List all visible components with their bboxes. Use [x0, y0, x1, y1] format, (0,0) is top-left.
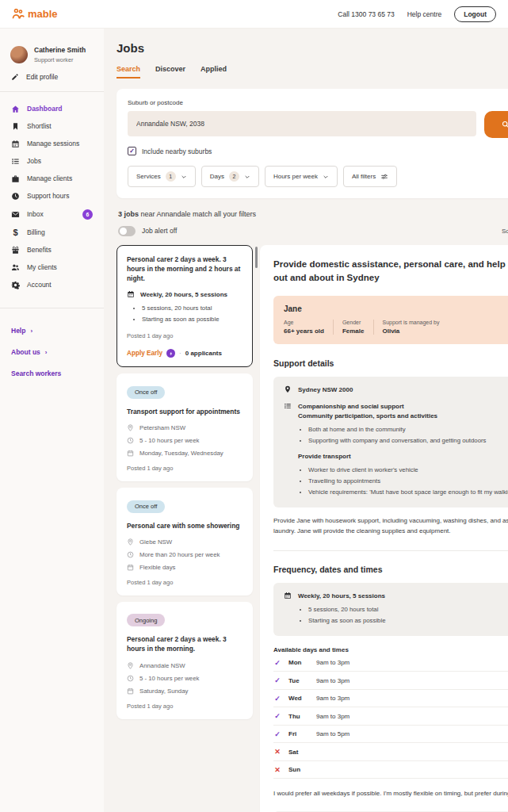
check-icon: ✓	[273, 676, 281, 684]
job-card[interactable]: Once off Personal care with some showeri…	[116, 488, 253, 596]
day-row: ✓ Wed 9am to 3pm	[273, 690, 508, 708]
sidebar-nav: Dashboard Shortlist Manage sessions Jobs…	[0, 92, 104, 301]
job-card[interactable]: Ongoing Personal carer 2 days a week. 3 …	[116, 602, 253, 719]
all-filters-button[interactable]: All filters	[343, 166, 397, 187]
page-title: Jobs	[116, 41, 508, 55]
location-pin-icon	[284, 385, 292, 393]
sidebar-item-dashboard[interactable]: Dashboard	[0, 100, 104, 117]
job-list: Personal carer 2 days a week. 3 hours in…	[116, 245, 253, 726]
clock-icon	[127, 437, 134, 444]
sidebar-item-manage-sessions[interactable]: Manage sessions	[0, 135, 104, 152]
location-pin-icon	[127, 662, 134, 669]
sidebar-item-account[interactable]: Account	[0, 276, 104, 293]
edit-profile-label: Edit profile	[26, 73, 58, 81]
day-row: ✓ Thu 9am to 3pm	[273, 707, 508, 726]
client-field-value: Female	[342, 327, 365, 335]
phone-link[interactable]: Call 1300 73 65 73	[338, 10, 394, 18]
client-summary-card: Jane Age 66+ years old Gender Female Sup…	[273, 296, 508, 344]
chevron-down-icon	[244, 174, 250, 180]
hours-filter-button[interactable]: Hours per week	[265, 166, 338, 187]
job-alert-toggle[interactable]	[118, 226, 136, 236]
support-bullet: Supporting with company and conversation…	[308, 435, 508, 446]
day-row: ✓ Fri 9am to 5pm	[273, 726, 508, 744]
tab-applied[interactable]: Applied	[201, 65, 227, 79]
client-field-label: Gender	[342, 320, 365, 325]
job-card[interactable]: Once off Transport support for appointme…	[116, 373, 253, 481]
calendar-icon	[127, 564, 134, 571]
check-icon: ✓	[273, 730, 281, 738]
search-panel: Suburb or postcode Search ✓ Include near…	[116, 89, 508, 198]
suburb-input[interactable]	[128, 111, 476, 136]
logout-button[interactable]: Logout	[454, 6, 496, 22]
include-nearby-checkbox[interactable]: ✓	[128, 147, 136, 155]
days-filter-button[interactable]: Days 2	[201, 166, 259, 187]
job-card-selected[interactable]: Personal carer 2 days a week. 3 hours in…	[116, 245, 253, 368]
chevron-down-icon	[323, 174, 329, 180]
posted-date: Posted 1 day ago	[127, 332, 243, 339]
sort-dropdown[interactable]: Sort by: Most recent	[502, 228, 508, 235]
edit-profile-link[interactable]: Edit profile	[0, 63, 104, 91]
sidebar-item-my-clients[interactable]: My clients	[0, 259, 104, 276]
day-row: ✕ Sun	[273, 761, 508, 779]
services-filter-button[interactable]: Services 1	[128, 166, 196, 187]
jobs-tabs: Search Discover Applied	[116, 65, 508, 79]
sidebar: Catherine Smith Support worker Edit prof…	[0, 29, 104, 812]
schedule-bullet: 5 sessions, 20 hours total	[308, 604, 508, 615]
mable-logo[interactable]: mable	[12, 8, 58, 20]
job-type-badge: Once off	[127, 386, 165, 399]
logo-text: mable	[28, 8, 58, 20]
day-row: ✕ Sat	[273, 743, 508, 761]
about-us-link[interactable]: About us ›	[11, 348, 93, 356]
tab-search[interactable]: Search	[116, 65, 140, 79]
sidebar-item-inbox[interactable]: Inbox 6	[0, 205, 104, 224]
avatar[interactable]	[10, 46, 28, 63]
job-location: Sydney NSW 2000	[298, 385, 353, 395]
search-icon	[502, 121, 508, 128]
schedule-bullet: Starting as soon as possible	[308, 615, 508, 626]
cross-icon: ✕	[273, 766, 281, 774]
job-bullet: 5 sessions, 20 hours total	[142, 303, 243, 314]
scrollbar-thumb[interactable]	[255, 247, 258, 268]
results-count: 3 jobs	[118, 210, 139, 218]
dollar-icon: $	[11, 228, 20, 237]
day-row: ✓ Tue 9am to 3pm	[273, 672, 508, 690]
sidebar-item-jobs[interactable]: Jobs	[0, 152, 104, 170]
mail-icon	[11, 210, 20, 219]
sliders-icon	[380, 173, 388, 181]
sidebar-item-manage-clients[interactable]: Manage clients	[0, 170, 104, 187]
client-field-value: 66+ years old	[284, 327, 324, 335]
help-centre-link[interactable]: Help centre	[407, 10, 441, 18]
sidebar-item-support-hours[interactable]: Support hours	[0, 187, 104, 205]
sidebar-item-billing[interactable]: $ Billing	[0, 224, 104, 241]
help-link[interactable]: Help ›	[11, 327, 93, 335]
search-button[interactable]: Search	[484, 111, 508, 138]
job-description: Provide Jane with housework support, inc…	[273, 516, 508, 537]
client-field-value: Olivia	[383, 327, 440, 335]
bookmark-icon	[11, 122, 20, 131]
briefcase-icon	[11, 174, 20, 183]
support-bullet: Vehicle requirements: 'Must have boot sp…	[308, 487, 508, 498]
client-field-label: Age	[284, 320, 324, 325]
location-pin-icon	[127, 538, 134, 546]
job-type-badge: Once off	[127, 500, 165, 513]
job-detail-title: Provide domestic assistance, personal ca…	[273, 258, 508, 285]
sidebar-item-shortlist[interactable]: Shortlist	[0, 117, 104, 135]
cross-icon: ✕	[273, 748, 281, 756]
tab-discover[interactable]: Discover	[155, 65, 185, 79]
job-type-badge: Ongoing	[127, 614, 165, 626]
service-category: Companionship and social support	[298, 402, 404, 412]
include-nearby-label: Include nearby suburbs	[142, 147, 212, 155]
service-sub-title: Community participation, sports and acti…	[298, 412, 508, 421]
inbox-unread-badge: 6	[82, 209, 93, 220]
support-bullet: Travelling to appointments	[308, 476, 508, 487]
gift-icon	[11, 246, 20, 255]
sidebar-item-benefits[interactable]: Benefits	[0, 241, 104, 259]
schedule-summary: Weekly, 20 hours, 5 sessions	[298, 592, 385, 601]
user-role: Support worker	[34, 56, 86, 63]
dot-separator: ·	[179, 350, 181, 357]
search-workers-link[interactable]: Search workers	[11, 370, 93, 377]
calendar-icon	[284, 592, 292, 599]
divider	[273, 550, 508, 551]
chevron-down-icon	[181, 174, 187, 180]
posted-date: Posted 1 day ago	[127, 465, 243, 472]
